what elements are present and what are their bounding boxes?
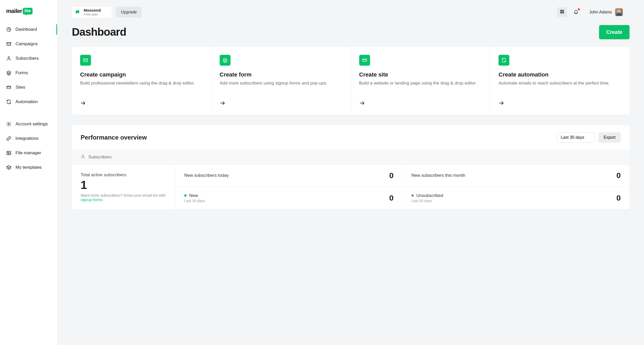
- stat-sublabel: Last 30 days: [184, 199, 205, 203]
- subscribers-section-header: Subscribers: [72, 150, 630, 165]
- sidebar-item-label: Campaigns: [16, 41, 38, 47]
- create-form-card[interactable]: Create form Add more subscribers using s…: [211, 47, 351, 115]
- chat-icon: [74, 9, 81, 15]
- logo[interactable]: mailerlite: [0, 5, 57, 22]
- card-description: Automate emails to reach subscribers at …: [499, 80, 621, 93]
- sidebar-item-automation[interactable]: Automation: [0, 95, 57, 109]
- sidebar-item-label: Forms: [16, 70, 28, 75]
- sidebar-item-label: Automation: [16, 99, 38, 104]
- mail-icon: [80, 55, 91, 66]
- sidebar-item-integrations[interactable]: Integrations: [0, 131, 57, 146]
- arrow-right-icon: [80, 100, 203, 107]
- stat-value: 0: [616, 194, 621, 202]
- logo-badge: lite: [23, 8, 33, 14]
- chevron-down-icon: [626, 10, 630, 14]
- date-range-label: Last 30 days: [561, 135, 584, 140]
- sidebar-item-sites[interactable]: Sites: [0, 80, 57, 95]
- chevron-down-icon: [105, 10, 109, 14]
- refresh-icon: [499, 55, 509, 66]
- sidebar-item-label: Integrations: [16, 136, 39, 141]
- apps-icon: [559, 9, 565, 15]
- performance-title: Performance overview: [81, 134, 147, 141]
- stat-value: 0: [616, 171, 621, 180]
- stat-label: Unsubscribed: [416, 193, 443, 198]
- main: Moosend Free plan Upgrade John Adams Das: [57, 0, 644, 345]
- sidebar-item-subscribers[interactable]: Subscribers: [0, 51, 57, 66]
- dashboard-icon: [6, 27, 11, 32]
- avatar: [615, 8, 623, 16]
- notifications-button[interactable]: [571, 7, 581, 17]
- card-description: Add more subscribers using signup forms …: [220, 80, 342, 93]
- status-dot: [411, 194, 414, 197]
- topbar: Moosend Free plan Upgrade John Adams: [57, 0, 644, 18]
- total-subscribers-value: 1: [81, 179, 166, 191]
- user-name: John Adams: [589, 10, 612, 14]
- subscribers-section-label: Subscribers: [88, 155, 112, 160]
- arrow-right-icon: [220, 100, 342, 107]
- card-description: Build professional newsletters using the…: [80, 80, 203, 93]
- signup-forms-link[interactable]: signup forms: [81, 197, 103, 202]
- apps-button[interactable]: [557, 7, 567, 17]
- box-icon: [6, 165, 11, 170]
- primary-nav: DashboardCampaignsSubscribersFormsSitesA…: [0, 22, 57, 182]
- sidebar-item-file-manager[interactable]: File manager: [0, 146, 57, 160]
- create-campaign-card[interactable]: Create campaign Build professional newsl…: [72, 47, 211, 115]
- quick-create-cards: Create campaign Build professional newsl…: [72, 47, 630, 115]
- sidebar-item-label: Account settings: [16, 121, 48, 127]
- sidebar-item-label: File manager: [16, 150, 41, 156]
- sidebar-item-dashboard[interactable]: Dashboard: [0, 22, 57, 37]
- refresh-icon: [6, 99, 11, 104]
- sidebar-item-my-templates[interactable]: My templates: [0, 160, 57, 175]
- sidebar: mailerlite DashboardCampaignsSubscribers…: [0, 0, 57, 345]
- page-title: Dashboard: [72, 26, 126, 38]
- create-button[interactable]: Create: [599, 25, 630, 39]
- link-icon: [6, 136, 11, 141]
- create-site-card[interactable]: Create site Build a website or landing p…: [351, 47, 490, 115]
- stat-value: 0: [389, 194, 394, 202]
- arrow-right-icon: [359, 100, 482, 107]
- card-title: Create automation: [499, 71, 621, 78]
- stat-cell: New subscribers this month 0: [402, 165, 630, 187]
- sidebar-item-label: Subscribers: [16, 56, 39, 61]
- workspace-switcher[interactable]: Moosend Free plan: [72, 7, 112, 18]
- sidebar-item-forms[interactable]: Forms: [0, 66, 57, 80]
- user-icon: [6, 56, 11, 61]
- stat-cell: Unsubscribed Last 30 days 0: [402, 187, 630, 210]
- image-icon: [6, 150, 11, 156]
- card-title: Create form: [220, 71, 342, 78]
- bell-icon: [573, 9, 579, 15]
- sidebar-item-label: Sites: [16, 85, 25, 90]
- sidebar-item-account-settings[interactable]: Account settings: [0, 117, 57, 131]
- sidebar-item-label: Dashboard: [16, 27, 37, 32]
- user-menu[interactable]: John Adams: [589, 8, 630, 16]
- stat-value: 0: [389, 171, 394, 180]
- card-title: Create campaign: [80, 71, 203, 78]
- grow-hint: Want more subscribers? Grow your email l…: [81, 193, 166, 202]
- export-button[interactable]: Export: [599, 132, 621, 143]
- card-icon: [359, 55, 370, 66]
- workspace-name: Moosend: [84, 8, 101, 13]
- mail-icon: [6, 41, 11, 47]
- card-description: Build a website or landing page using th…: [359, 80, 482, 93]
- stat-cell: New subscribers today 0: [175, 165, 402, 187]
- stat-label: New: [189, 193, 198, 198]
- upgrade-button[interactable]: Upgrade: [116, 7, 142, 18]
- workspace-plan: Free plan: [84, 13, 101, 16]
- card-icon: [6, 85, 11, 90]
- layers-icon: [6, 70, 11, 75]
- stat-label: New subscribers this month: [411, 173, 465, 178]
- arrow-right-icon: [499, 100, 621, 107]
- gear-icon: [6, 121, 11, 127]
- notification-dot: [578, 8, 580, 10]
- status-dot: [184, 194, 187, 197]
- sidebar-item-campaigns[interactable]: Campaigns: [0, 37, 57, 51]
- sidebar-item-label: My templates: [16, 165, 42, 170]
- layers-icon: [220, 55, 231, 66]
- performance-panel: Performance overview Last 30 days Export…: [72, 125, 630, 210]
- create-automation-card[interactable]: Create automation Automate emails to rea…: [490, 47, 630, 115]
- card-title: Create site: [359, 71, 482, 78]
- total-subscribers-label: Total active subscribers: [81, 172, 166, 178]
- date-range-select[interactable]: Last 30 days: [556, 132, 595, 143]
- user-icon: [81, 154, 85, 160]
- logo-text: mailer: [6, 8, 22, 14]
